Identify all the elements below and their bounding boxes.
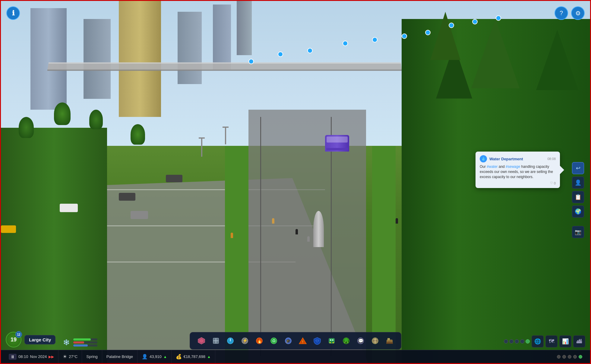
tree-4 — [131, 124, 145, 145]
map-info-dot-1[interactable] — [248, 59, 254, 64]
streetlight-1 — [201, 139, 202, 157]
building-4 — [178, 12, 202, 84]
map-info-dot-6[interactable] — [402, 33, 407, 39]
toolbar-police[interactable]: 🛡 — [311, 334, 324, 347]
city-sub-milestone: 12 — [15, 331, 22, 338]
car-gray-1 — [131, 211, 148, 219]
cityinfo-btn[interactable]: 🏙 — [573, 335, 585, 347]
svg-text:🛡: 🛡 — [315, 339, 319, 343]
grass-strip-2 — [372, 146, 396, 363]
car-dark-1 — [119, 193, 135, 201]
population-value: 43,910 — [150, 354, 162, 359]
game-date: Nov 2024 — [30, 354, 47, 359]
game-time: 08:10 — [18, 354, 28, 359]
pause-segment: ⏸ 08:10 Nov 2024 ▶▶ — [5, 350, 58, 363]
hashtag-water: #water — [487, 165, 498, 169]
grass-strip-1 — [225, 146, 248, 363]
toolbar-parks[interactable] — [340, 334, 353, 347]
tram-vehicle — [325, 135, 349, 152]
building-5 — [213, 5, 231, 70]
svg-rect-19 — [332, 339, 333, 341]
svg-text:🔥: 🔥 — [257, 338, 262, 344]
extra-dot-3 — [568, 355, 571, 359]
status-dot-5 — [526, 339, 530, 344]
settings-button[interactable]: ⚙ — [571, 6, 585, 20]
right-sidebar: ↩ 👤 📋 🌍 📷 — [572, 162, 584, 238]
electricity-icon: ⚡ — [241, 337, 249, 345]
tram-track-left — [260, 117, 261, 356]
svg-point-23 — [344, 338, 348, 341]
milestone-snowflake[interactable]: ❄️ — [61, 337, 71, 347]
conifer-4 — [430, 12, 460, 60]
extra-dot-2 — [562, 355, 566, 359]
pause-button[interactable]: ⏸ — [9, 354, 17, 360]
svg-point-20 — [330, 342, 331, 343]
extra-dot-5 — [579, 355, 582, 359]
pedestrian-1 — [272, 218, 274, 224]
svg-rect-31 — [386, 342, 393, 344]
utilities-icon — [371, 337, 379, 345]
tree-3 — [89, 110, 103, 129]
svg-text:♻: ♻ — [272, 338, 276, 343]
help-button[interactable]: ? — [555, 6, 568, 20]
status-bar: ⏸ 08:10 Nov 2024 ▶▶ ☀ 27°C Spring Palati… — [1, 350, 590, 363]
conifer-1 — [536, 30, 578, 90]
map-info-dot-7[interactable] — [425, 30, 431, 35]
sidebar-history[interactable]: ↩ — [572, 162, 584, 174]
city-name-plate[interactable]: Large City — [24, 335, 55, 344]
speed-arrows[interactable]: ▶▶ — [49, 355, 54, 359]
settings-icon: ⚙ — [575, 10, 581, 17]
money-icon: 💰 — [176, 354, 182, 359]
progress-fill-3 — [73, 344, 88, 347]
game-container: ℹ ? ⚙ 💧 Water Department 08:08 Our #wate… — [0, 0, 591, 364]
progress-fill-1 — [73, 338, 91, 340]
progress-bar-1 — [73, 338, 97, 340]
news-dept-name: Water Department — [489, 157, 547, 161]
streetlight-2 — [225, 128, 226, 144]
pedestrian-3 — [307, 236, 310, 242]
info-button[interactable]: ℹ — [6, 6, 20, 20]
population-icon: 👤 — [142, 354, 148, 359]
infoview-btn[interactable]: 🗺 — [545, 335, 558, 347]
toolbar-fire[interactable]: 🔥 — [253, 334, 266, 347]
city-milestone: 19 — [11, 337, 17, 343]
svg-rect-18 — [330, 339, 331, 341]
toolbar-electricity[interactable]: ⚡ — [238, 334, 251, 347]
sidebar-globe[interactable]: 🌍 — [572, 206, 584, 218]
likes-count: 0 — [554, 181, 556, 185]
hazard-icon: ! — [299, 337, 307, 345]
sidebar-camera[interactable]: 📷 — [572, 226, 584, 238]
toolbar-bulldoze[interactable] — [383, 334, 396, 347]
zones-icon — [198, 337, 205, 345]
sidebar-citizen[interactable]: 👤 — [572, 177, 584, 189]
location-label: Palatine Bridge — [106, 354, 133, 359]
toolbar-communications[interactable]: 💬 — [354, 334, 367, 347]
statistics-btn[interactable]: 📊 — [559, 335, 571, 347]
news-card: 💧 Water Department 08:08 Our #water and … — [476, 152, 560, 188]
roads-icon — [212, 337, 220, 345]
bottom-toolbar: ⚡ 🔥 ♻ 🎓 ! — [190, 332, 401, 350]
comms-icon: 💬 — [357, 337, 365, 345]
money-value: €18,787,698 — [184, 354, 205, 359]
toolbar-utilities[interactable] — [368, 334, 382, 347]
svg-text:💬: 💬 — [358, 338, 364, 344]
money-segment: 💰 €18,787,698 ▲ — [172, 350, 215, 363]
city-badge[interactable]: 19 12 — [6, 332, 21, 347]
sidebar-notepad[interactable]: 📋 — [572, 191, 584, 203]
status-dot-3 — [515, 339, 519, 344]
toolbar-roads[interactable] — [209, 334, 223, 347]
toolbar-water[interactable] — [224, 334, 237, 347]
toolbar-transit[interactable] — [325, 334, 338, 347]
toolbar-recycle[interactable]: ♻ — [267, 334, 280, 347]
hashtag-sewage: #sewage — [506, 165, 520, 169]
toolbar-hazard[interactable]: ! — [296, 334, 309, 347]
tree-1 — [19, 117, 34, 138]
car-white-1 — [60, 204, 78, 212]
building-6 — [237, 1, 252, 55]
season-label: Spring — [86, 354, 98, 359]
tram-track-right — [331, 117, 332, 356]
map-btn[interactable]: 🌐 — [532, 335, 544, 347]
toolbar-zones[interactable] — [195, 334, 208, 347]
progress-bar-2 — [73, 341, 97, 344]
toolbar-education[interactable]: 🎓 — [282, 334, 295, 347]
